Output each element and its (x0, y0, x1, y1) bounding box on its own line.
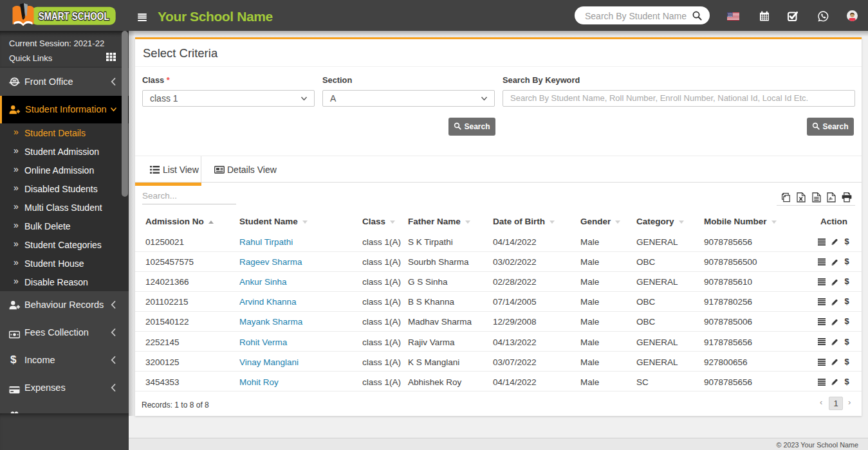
svg-text:SMART SCHOOL: SMART SCHOOL (39, 10, 109, 22)
